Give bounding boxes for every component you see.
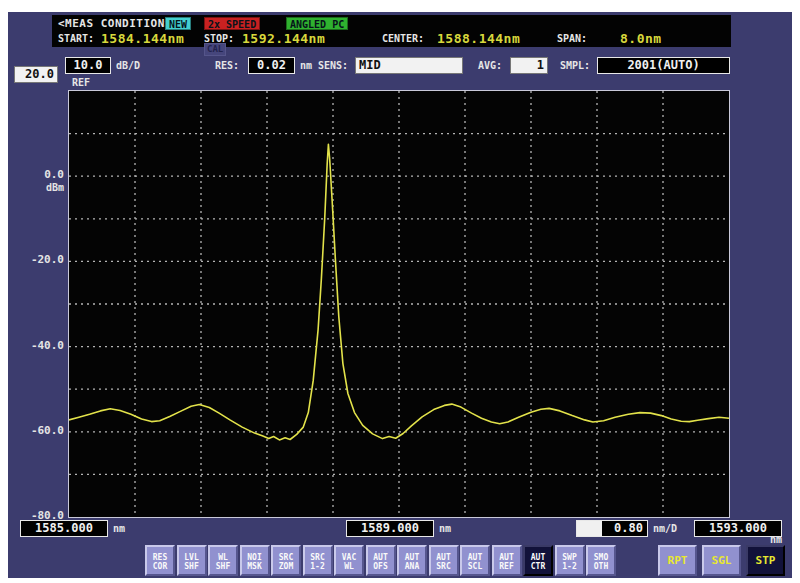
center-value: 1588.144nm xyxy=(437,31,520,46)
y-axis-label: -40.0 xyxy=(8,339,64,352)
start-value: 1584.144nm xyxy=(101,31,184,46)
x-axis-left-unit: nm xyxy=(113,523,125,534)
x-axis-right-value[interactable]: 1593.000 xyxy=(694,520,782,537)
stop-value: 1592.144nm xyxy=(242,31,325,46)
softkey-aut-scl[interactable]: AUTSCL xyxy=(460,545,490,576)
softkey-res-cor[interactable]: RESCOR xyxy=(145,545,175,576)
osa-screen: <MEAS CONDITION> NEW 2x SPEED ANGLED PC … xyxy=(8,12,792,578)
ref-level-value[interactable]: 20.0 xyxy=(14,66,58,83)
x-scale-per-div-value[interactable]: 0.80 xyxy=(576,520,648,537)
sens-value[interactable]: MID xyxy=(355,57,463,74)
y-axis-unit: dBm xyxy=(8,182,64,193)
status-badge-new: NEW xyxy=(165,17,191,30)
softkey-vac-wl[interactable]: VACWL xyxy=(334,545,364,576)
scale-per-div-value[interactable]: 10.0 xyxy=(65,57,111,74)
y-axis-label: -60.0 xyxy=(8,424,64,437)
sens-label: SENS: xyxy=(318,60,348,71)
status-badge-2x-speed: 2x SPEED xyxy=(204,17,260,30)
softkey-aut-src[interactable]: AUTSRC xyxy=(429,545,459,576)
avg-value[interactable]: 1 xyxy=(510,57,548,74)
spectrum-chart xyxy=(69,91,729,517)
runkey-sgl[interactable]: SGL xyxy=(702,545,741,576)
runkey-stp[interactable]: STP xyxy=(746,545,785,576)
softkey-aut-ref[interactable]: AUTREF xyxy=(492,545,522,576)
x-axis-center-unit: nm xyxy=(439,523,451,534)
avg-label: AVG: xyxy=(478,60,502,71)
softkey-aut-ana[interactable]: AUTANA xyxy=(397,545,427,576)
x-scale-per-div-unit: nm/D xyxy=(653,523,677,534)
y-axis-label: -20.0 xyxy=(8,253,64,266)
smpl-value[interactable]: 2001(AUTO) xyxy=(597,57,730,74)
softkey-swp-1-2[interactable]: SWP1-2 xyxy=(555,545,585,576)
x-axis-right-unit: nm xyxy=(770,534,782,545)
softkey-noi-msk[interactable]: NOIMSK xyxy=(240,545,270,576)
smpl-label: SMPL: xyxy=(560,60,590,71)
plot-area xyxy=(68,90,730,518)
span-value: 8.0nm xyxy=(620,31,662,46)
x-axis-left-value[interactable]: 1585.000 xyxy=(20,520,108,537)
softkey-src-zom[interactable]: SRCZOM xyxy=(271,545,301,576)
res-label: RES: xyxy=(215,60,239,71)
start-label: START: xyxy=(58,33,94,44)
softkey-aut-ofs[interactable]: AUTOFS xyxy=(366,545,396,576)
softkey-smo-oth[interactable]: SMOOTH xyxy=(586,545,616,576)
res-value[interactable]: 0.02 xyxy=(248,57,295,74)
meas-condition-title: <MEAS CONDITION> xyxy=(58,17,172,30)
scale-per-div-unit: dB/D xyxy=(116,60,140,71)
center-label: CENTER: xyxy=(382,33,424,44)
meas-condition-bar: <MEAS CONDITION> NEW 2x SPEED ANGLED PC … xyxy=(52,15,731,47)
softkey-lvl-shf[interactable]: LVLSHF xyxy=(177,545,207,576)
ref-text: REF xyxy=(72,77,90,88)
y-axis-label: 0.0 xyxy=(8,168,64,181)
softkey-aut-ctr[interactable]: AUTCTR xyxy=(523,545,553,576)
runkey-rpt[interactable]: RPT xyxy=(658,545,697,576)
status-badge-angled-pc: ANGLED PC xyxy=(286,17,348,30)
softkey-src-1-2[interactable]: SRC1-2 xyxy=(303,545,333,576)
cal-indicator: CAL xyxy=(204,43,226,56)
softkey-wl-shf[interactable]: WLSHF xyxy=(208,545,238,576)
span-label: SPAN: xyxy=(557,33,587,44)
x-axis-center-value[interactable]: 1589.000 xyxy=(346,520,434,537)
res-unit: nm xyxy=(300,60,312,71)
